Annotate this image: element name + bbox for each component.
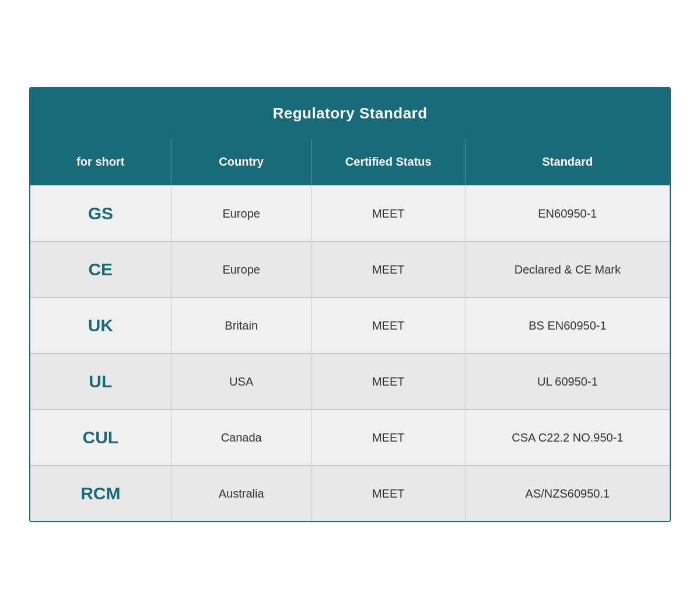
cell-standard: UL 60950-1	[465, 354, 670, 410]
cell-country: Europe	[171, 186, 312, 242]
table-row: RCMAustraliaMEETAS/NZS60950.1	[30, 466, 670, 521]
table-row: ULUSAMEETUL 60950-1	[30, 354, 670, 410]
cell-standard: Declared & CE Mark	[465, 242, 670, 298]
cell-short: UK	[30, 298, 171, 354]
table-row: GSEuropeMEETEN60950-1	[30, 186, 670, 242]
regulatory-table-container: Regulatory Standard for short Country Ce…	[29, 87, 671, 522]
cell-status: MEET	[312, 354, 465, 410]
cell-standard: EN60950-1	[465, 186, 670, 242]
cell-status: MEET	[312, 186, 465, 242]
cell-standard: AS/NZS60950.1	[465, 466, 670, 521]
cell-country: Canada	[171, 410, 312, 466]
cell-status: MEET	[312, 410, 465, 466]
table-header-row: for short Country Certified Status Stand…	[30, 139, 670, 186]
cell-standard: CSA C22.2 NO.950-1	[465, 410, 670, 466]
header-country: Country	[171, 139, 312, 186]
cell-short: CE	[30, 242, 171, 298]
cell-standard: BS EN60950-1	[465, 298, 670, 354]
table-row: CULCanadaMEETCSA C22.2 NO.950-1	[30, 410, 670, 466]
table-row: UKBritainMEETBS EN60950-1	[30, 298, 670, 354]
header-status: Certified Status	[312, 139, 465, 186]
cell-short: RCM	[30, 466, 171, 521]
cell-short: CUL	[30, 410, 171, 466]
cell-short: GS	[30, 186, 171, 242]
header-short: for short	[30, 139, 171, 186]
cell-country: USA	[171, 354, 312, 410]
header-standard: Standard	[465, 139, 670, 186]
table-row: CEEuropeMEETDeclared & CE Mark	[30, 242, 670, 298]
cell-status: MEET	[312, 242, 465, 298]
table-title: Regulatory Standard	[30, 88, 670, 139]
cell-short: UL	[30, 354, 171, 410]
cell-country: Europe	[171, 242, 312, 298]
cell-status: MEET	[312, 298, 465, 354]
cell-status: MEET	[312, 466, 465, 521]
cell-country: Australia	[171, 466, 312, 521]
cell-country: Britain	[171, 298, 312, 354]
regulatory-table: for short Country Certified Status Stand…	[30, 139, 670, 521]
